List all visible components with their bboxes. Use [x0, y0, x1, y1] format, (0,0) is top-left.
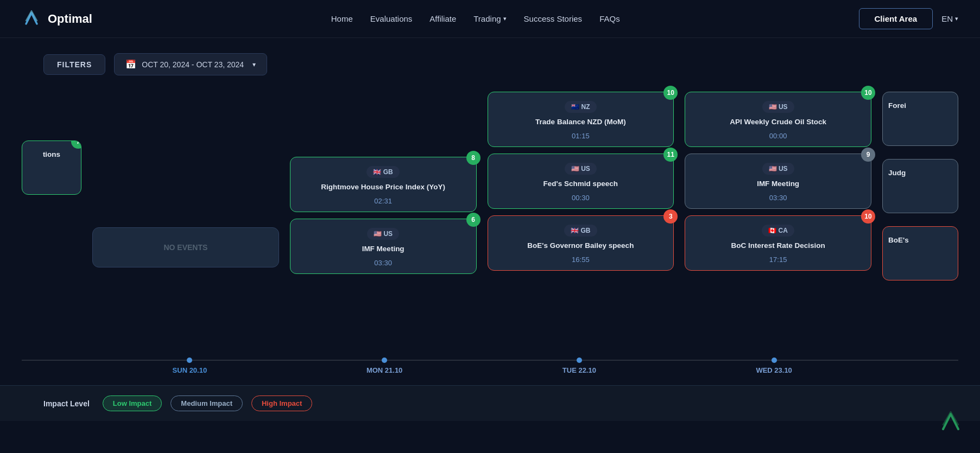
timeline-label-tue: TUE 22.10 — [562, 366, 596, 374]
navbar: Optimal Home Evaluations Affiliate Tradi… — [0, 0, 980, 38]
impact-pill-low[interactable]: Low Impact — [103, 395, 162, 411]
event-flag: 🇨🇦 CA — [693, 225, 863, 237]
col-partial-right: Forei Judg BoE's — [877, 86, 964, 347]
event-badge: 10 — [861, 209, 875, 224]
event-card-boc-rate[interactable]: 10 🇨🇦 CA BoC Interest Rate Decision 17:1… — [685, 215, 871, 271]
date-range-button[interactable]: 📅 OCT 20, 2024 - OCT 23, 2024 ▾ — [114, 53, 267, 75]
event-flag: 🇺🇸 US — [298, 228, 469, 240]
timeline-col-sun: SUN 20.10 — [92, 355, 287, 374]
event-badge: 6 — [466, 213, 480, 227]
event-time-boc-rate: 17:15 — [693, 256, 863, 264]
date-range-label: OCT 20, 2024 - OCT 23, 2024 — [142, 60, 244, 69]
event-badge: 11 — [663, 148, 678, 162]
nav-home[interactable]: Home — [331, 14, 353, 23]
bottom-logo — [938, 409, 964, 437]
timeline-line — [676, 360, 871, 361]
event-badge: 9 — [861, 148, 875, 162]
logo-icon — [22, 9, 42, 29]
event-card-boe-bailey[interactable]: 3 🇬🇧 GB BoE's Governor Bailey speech 16:… — [488, 215, 674, 271]
timeline-line — [482, 360, 677, 361]
language-selector[interactable]: EN ▾ — [941, 14, 958, 23]
event-card-feds-schmid[interactable]: 11 🇺🇸 US Fed's Schmid speech 00:30 — [488, 154, 674, 209]
calendar-section: 7 tions NO EVENTS 8 🇬🇧 GB Rightmove Hous… — [0, 86, 980, 374]
event-card-api-crude[interactable]: 10 🇺🇸 US API Weekly Crude Oil Stock 00:0… — [685, 92, 871, 147]
timeline-label-wed: WED 23.10 — [756, 366, 792, 374]
filters-bar: FILTERS 📅 OCT 20, 2024 - OCT 23, 2024 ▾ — [0, 38, 980, 86]
nav-right: Client Area EN ▾ — [859, 8, 958, 29]
col-mon: 8 🇬🇧 GB Rightmove House Price Index (YoY… — [284, 86, 482, 347]
event-time-feds-schmid: 00:30 — [496, 194, 666, 202]
event-badge: 10 — [663, 86, 678, 100]
flag-chip-nz: 🇳🇿 NZ — [565, 101, 596, 113]
event-card-imf-mon[interactable]: 6 🇺🇸 US IMF Meeting 03:30 — [290, 219, 477, 274]
event-title: tions — [28, 150, 75, 160]
timeline-col-mon: MON 21.10 — [287, 355, 482, 374]
nav-success-stories[interactable]: Success Stories — [524, 14, 583, 23]
event-title-trade-balance: Trade Balance NZD (MoM) — [496, 117, 666, 127]
logo[interactable]: Optimal — [22, 9, 92, 29]
event-flag: 🇺🇸 US — [693, 101, 863, 113]
event-time-boe-bailey: 16:55 — [496, 256, 666, 264]
event-title-rightmove: Rightmove House Price Index (YoY) — [298, 182, 469, 193]
timeline-label-sun: SUN 20.10 — [173, 366, 207, 374]
event-card-rightmove[interactable]: 8 🇬🇧 GB Rightmove House Price Index (YoY… — [290, 157, 477, 212]
timeline-line — [287, 360, 482, 361]
event-card-imf-wed[interactable]: 9 🇺🇸 US IMF Meeting 03:30 — [685, 154, 871, 209]
chevron-down-icon: ▾ — [955, 15, 958, 22]
event-flag: 🇬🇧 GB — [298, 166, 469, 178]
col-sun: NO EVENTS — [87, 86, 284, 347]
event-title-boe-bailey: BoE's Governor Bailey speech — [496, 241, 666, 251]
event-title-imf-mon: IMF Meeting — [298, 244, 469, 254]
partial-card-boes: BoE's — [882, 226, 958, 280]
event-title-api-crude: API Weekly Crude Oil Stock — [693, 117, 863, 127]
event-title-imf-wed: IMF Meeting — [693, 179, 863, 189]
impact-level-label: Impact Level — [43, 399, 90, 408]
timeline-dot-sun — [187, 358, 192, 363]
nav-faqs[interactable]: FAQs — [599, 14, 620, 23]
event-time-trade-balance: 01:15 — [496, 132, 666, 140]
col-wed: 10 🇺🇸 US API Weekly Crude Oil Stock 00:0… — [679, 86, 877, 347]
event-title-boc-rate: BoC Interest Rate Decision — [693, 241, 863, 251]
impact-legend: Impact Level Low Impact Medium Impact Hi… — [0, 385, 980, 421]
client-area-button[interactable]: Client Area — [859, 8, 933, 29]
partial-card-forei: Forei — [882, 92, 958, 146]
timeline-line — [871, 360, 958, 361]
event-card-trade-balance[interactable]: 10 🇳🇿 NZ Trade Balance NZD (MoM) 01:15 — [488, 92, 674, 147]
event-badge: 10 — [861, 86, 875, 100]
timeline-row: SUN 20.10 MON 21.10 TUE 22.10 WED 23.10 — [16, 355, 964, 374]
chevron-down-icon: ▾ — [503, 15, 507, 22]
event-title: BoE's — [888, 235, 952, 246]
timeline-col-empty-left — [22, 355, 92, 374]
event-badge: 3 — [663, 209, 678, 224]
nav-links: Home Evaluations Affiliate Trading ▾ Suc… — [331, 14, 620, 24]
flag-chip-ca: 🇨🇦 CA — [762, 225, 794, 237]
calendar-icon: 📅 — [125, 59, 136, 69]
no-events-card: NO EVENTS — [92, 227, 279, 267]
filters-button[interactable]: FILTERS — [43, 54, 105, 75]
timeline-dot-tue — [577, 358, 582, 363]
timeline-line — [92, 360, 287, 361]
event-title-feds-schmid: Fed's Schmid speech — [496, 179, 666, 189]
nav-affiliate[interactable]: Affiliate — [429, 14, 456, 23]
flag-chip-us: 🇺🇸 US — [367, 228, 399, 240]
calendar-grid: 7 tions NO EVENTS 8 🇬🇧 GB Rightmove Hous… — [16, 86, 964, 347]
flag-chip-gb: 🇬🇧 GB — [564, 225, 597, 237]
event-flag: 🇬🇧 GB — [496, 225, 666, 237]
event-flag: 🇺🇸 US — [693, 163, 863, 175]
flag-chip-gb: 🇬🇧 GB — [366, 166, 399, 178]
nav-evaluations[interactable]: Evaluations — [370, 14, 413, 23]
impact-pill-medium[interactable]: Medium Impact — [170, 395, 243, 411]
timeline-col-wed: WED 23.10 — [676, 355, 871, 374]
timeline-line — [22, 360, 92, 361]
logo-text: Optimal — [48, 12, 92, 26]
event-time-imf-wed: 03:30 — [693, 194, 863, 202]
flag-chip-us: 🇺🇸 US — [762, 163, 794, 175]
nav-trading[interactable]: Trading ▾ — [473, 14, 506, 23]
event-time-api-crude: 00:00 — [693, 132, 863, 140]
event-flag: 🇳🇿 NZ — [496, 101, 666, 113]
event-flag: 🇺🇸 US — [496, 163, 666, 175]
impact-pill-high[interactable]: High Impact — [251, 395, 312, 411]
flag-chip-us: 🇺🇸 US — [565, 163, 597, 175]
chevron-down-icon: ▾ — [252, 61, 256, 68]
timeline-dot-mon — [382, 358, 387, 363]
